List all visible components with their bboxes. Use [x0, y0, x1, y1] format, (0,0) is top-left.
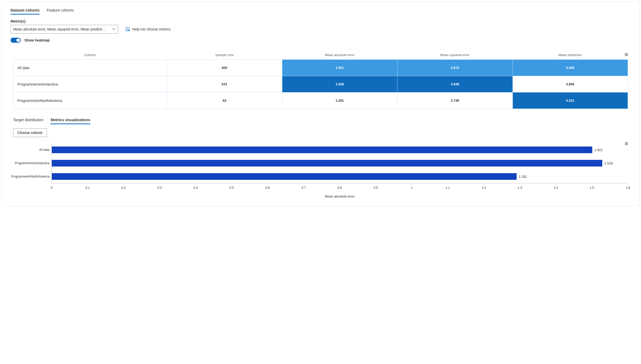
chart-x-axis: 00.10.20.30.40.50.60.70.80.911.11.21.31.…	[52, 183, 628, 193]
cohort-name-cell: ProgrammerinNorthAmerica	[13, 92, 167, 109]
heatmap-table: Cohorts Sample size Mean absolute error …	[13, 50, 628, 109]
heatmap-toggle-row: Show heatmap	[11, 38, 630, 43]
chart-bar-value: 1.291	[519, 175, 527, 179]
chart-bar-row: 1.529	[52, 157, 628, 170]
chart-category-label: ProgrammersinAntarctica	[13, 157, 49, 170]
chart-bar	[52, 173, 517, 180]
chart-x-tick: 1.5	[590, 183, 594, 190]
chart-x-label: Mean absolute error	[52, 194, 628, 198]
header-mae: Mean absolute error	[282, 50, 397, 60]
choose-cohorts-button[interactable]: Choose cohorts	[13, 128, 47, 137]
chart-x-tick: 1.3	[518, 183, 522, 190]
table-menu-icon[interactable]	[624, 53, 628, 57]
chart-bar-row: 1.291	[52, 170, 628, 183]
cohort-name-cell: All data	[13, 60, 167, 76]
table-row: ProgrammersinAntarctica5311.5293.8394.85…	[13, 76, 628, 92]
chart-bar-value: 1.501	[594, 148, 603, 152]
header-prediction: Mean prediction	[513, 50, 628, 60]
tab-target-distribution[interactable]: Target distribution	[13, 116, 43, 124]
metrics-help-icon	[125, 27, 130, 32]
tab-feature-cohorts[interactable]: Feature cohorts	[47, 6, 74, 15]
header-sample-size: Sample size	[167, 50, 282, 60]
help-choose-metrics-label: Help me choose metrics	[132, 27, 171, 31]
mse-cell: 3.674	[397, 60, 513, 76]
chart-x-tick: 1.1	[446, 183, 450, 190]
mse-cell: 2.749	[397, 92, 513, 109]
chart-x-tick: 1.6	[626, 183, 630, 190]
cohort-name-cell: ProgrammersinAntarctica	[13, 76, 167, 92]
chart-x-tick: 0.2	[122, 183, 126, 190]
chart-bar	[52, 147, 592, 153]
chart-category-label: All data	[13, 143, 49, 157]
mse-cell: 3.839	[397, 76, 513, 92]
metrics-controls: Mean absolute error, Mean squared error,…	[11, 25, 630, 34]
show-heatmap-toggle[interactable]	[11, 38, 21, 43]
mae-cell: 1.291	[282, 92, 397, 109]
chart-bar-row: 1.501	[52, 143, 628, 157]
chart-x-tick: 0.9	[374, 183, 378, 190]
svg-point-1	[128, 29, 129, 30]
chart-x-tick: 0.5	[229, 183, 234, 190]
sample-size-cell: 531	[167, 76, 282, 92]
sample-size-cell: 62	[167, 92, 282, 109]
chart-x-tick: 0.6	[266, 183, 270, 190]
tab-metrics-visualizations[interactable]: Metrics visualizations	[51, 116, 90, 124]
chart-bar	[52, 160, 602, 167]
chart-x-tick: 1.4	[554, 183, 558, 190]
prediction-cell: 4.856	[513, 76, 628, 92]
chart-x-tick: 0.1	[85, 183, 90, 190]
visualization-tabs: Target distribution Metrics visualizatio…	[13, 116, 628, 124]
header-cohorts: Cohorts	[13, 50, 167, 60]
heatmap-table-wrap: Cohorts Sample size Mean absolute error …	[13, 50, 628, 109]
chart-x-tick: 1	[411, 183, 413, 190]
chart-plot-area: 1.5011.5291.291	[52, 143, 628, 183]
chevron-down-icon	[112, 27, 115, 31]
metrics-dropdown[interactable]: Mean absolute error, Mean squared error,…	[11, 25, 118, 34]
cohort-tabs: Dataset cohorts Feature cohorts	[11, 6, 630, 15]
mae-cell: 1.501	[282, 60, 397, 76]
metrics-dropdown-text: Mean absolute error, Mean squared error,…	[13, 27, 105, 31]
chart-y-labels: All dataProgrammersinAntarcticaProgramme…	[13, 143, 52, 183]
chart-category-label: ProgrammerinNorthAmerica	[13, 170, 49, 183]
chart-x-tick: 0	[51, 183, 53, 190]
table-row: ProgrammerinNorthAmerica621.2912.7495.23…	[13, 92, 628, 109]
chart-x-tick: 0.3	[157, 183, 162, 190]
cohort-metrics-panel: Dataset cohorts Feature cohorts Metric(s…	[2, 2, 639, 206]
table-row: All data8001.5013.6745.205	[13, 60, 628, 76]
tab-dataset-cohorts[interactable]: Dataset cohorts	[11, 6, 39, 15]
chart-x-tick: 1.2	[482, 183, 486, 190]
metrics-label: Metric(s)	[11, 19, 630, 23]
show-heatmap-label: Show heatmap	[24, 38, 50, 42]
chart-x-tick: 0.8	[338, 183, 342, 190]
header-mse: Mean squared error	[397, 50, 513, 60]
metrics-bar-chart: All dataProgrammersinAntarcticaProgramme…	[13, 143, 628, 198]
mae-cell: 1.529	[282, 76, 397, 92]
chart-bar-value: 1.529	[604, 161, 613, 165]
help-choose-metrics-link[interactable]: Help me choose metrics	[125, 27, 171, 32]
chart-x-tick: 0.4	[194, 183, 198, 190]
sample-size-cell: 800	[167, 60, 282, 76]
chart-x-tick: 0.7	[302, 183, 306, 190]
prediction-cell: 5.205	[513, 60, 628, 76]
prediction-cell: 5.231	[513, 92, 628, 109]
